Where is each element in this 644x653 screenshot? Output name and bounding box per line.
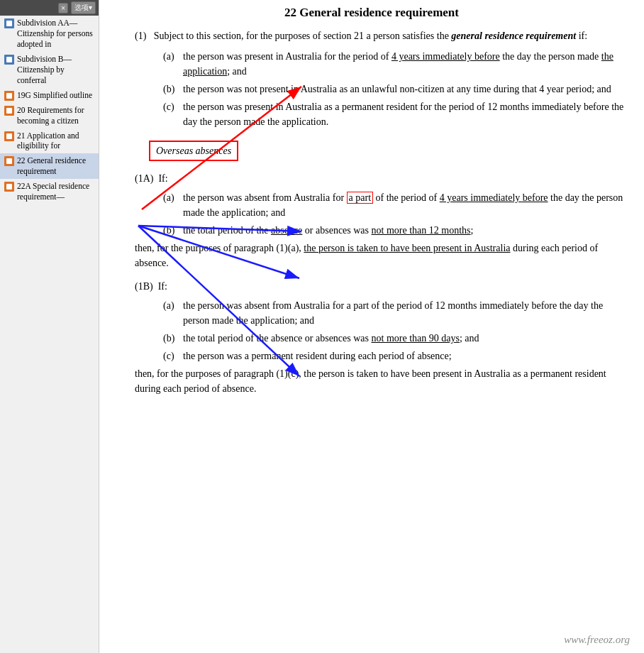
sidebar-item-item-22[interactable]: 22 General residence requirement [0,153,99,179]
sidebar-close-button[interactable]: × [58,3,68,13]
sub-1c-content: the person was present in Australia as a… [183,99,630,129]
sidebar-item-item-22a[interactable]: 22A Special residence requirement— [0,179,99,204]
sub-1a-a: (a) the person was absent from Australia… [113,190,630,220]
sidebar-item-label: 22 General residence requirement [17,155,96,177]
sub-1c-label: (c) [163,99,183,129]
sidebar-item-label: 21 Application and eligibility for [17,131,96,152]
underline-4years: 4 years immediately before [392,51,500,62]
sidebar-item-icon [4,55,14,65]
sidebar-item-subdiv-aa[interactable]: Subdivision AA—Citizenship for persons a… [0,16,99,52]
subsection-1b-intro: (1B) If: [113,279,630,294]
sub-1a-b: (b) the total period of the absence or a… [113,223,630,238]
sub-1b-b: (b) the total period of the absence or a… [113,331,630,346]
sidebar-item-icon [4,18,14,28]
underline-not-more-than-90: not more than 90 days [372,333,460,344]
sidebar-item-icon [4,91,14,101]
sub-1b-b-label: (b) [163,331,183,346]
sub-1a-a-content: the person was absent from Australia for… [183,190,630,220]
subsection-1-text: Subject to this section, for the purpose… [154,31,449,41]
sidebar-options-button[interactable]: 选项▾ [71,1,96,14]
subsection-1-intro: (1) Subject to this section, for the pur… [113,28,630,43]
sub-1b-a-label: (a) [163,298,183,328]
subsection-1a-conclusion: then, for the purposes of paragraph (1)(… [113,241,630,270]
sub-1c: (c) the person was present in Australia … [113,99,630,129]
a-part-box: a part [347,192,373,204]
sidebar-item-label: 22A Special residence requirement— [17,181,96,202]
svg-rect-2 [6,93,12,99]
sub-1b-c-label: (c) [163,349,183,363]
sidebar: × 选项▾ Subdivision AA—Citizenship for per… [0,0,99,653]
svg-rect-6 [6,184,12,190]
sidebar-item-item-19g[interactable]: 19G Simplified outline [0,88,99,103]
sidebar-item-icon [4,182,14,192]
sub-1b: (b) the person was not present in Austra… [113,82,630,97]
sub-1a-b-content: the total period of the absence or absen… [183,223,473,238]
sub-1b-label: (b) [163,82,183,97]
svg-rect-5 [6,158,12,164]
sub-1a-a-label: (a) [163,190,183,220]
svg-rect-3 [6,108,12,114]
sidebar-item-label: Subdivision B—Citizenship by conferral [17,54,96,86]
sub-1b-a-content: the person was absent from Australia for… [183,298,630,328]
page-title: 22 General residence requirement [113,6,630,20]
sidebar-item-label: 20 Requirements for becoming a citizen [17,105,96,126]
underline-absence: absence [271,225,302,236]
sidebar-header: × 选项▾ [0,0,99,16]
subsection-1b-num: (1B) If: [135,281,167,292]
svg-rect-1 [6,57,12,62]
sub-1b-c: (c) the person was a permanent resident … [113,349,630,363]
subsection-1a-num: (1A) If: [135,173,168,184]
underline-taken-present: the person is taken to have been present… [304,243,510,253]
sidebar-item-subdiv-b[interactable]: Subdivision B—Citizenship by conferral [0,52,99,88]
sub-1b-b-content: the total period of the absence or absen… [183,331,479,346]
svg-rect-4 [6,133,12,139]
sub-1a-label: (a) [163,49,183,79]
svg-rect-0 [6,21,12,26]
sub-1a-content: the person was present in Australia for … [183,49,630,79]
sub-1a-b-label: (b) [163,223,183,238]
sub-1a: (a) the person was present in Australia … [113,49,630,79]
sidebar-item-icon [4,156,14,166]
sidebar-item-label: 19G Simplified outline [17,90,96,101]
general-residence-term: general residence requirement [451,31,576,41]
sidebar-item-icon [4,106,14,116]
sidebar-item-label: Subdivision AA—Citizenship for persons a… [17,18,96,50]
sub-1b-content: the person was not present in Australia … [183,82,611,97]
sidebar-scroll: Subdivision AA—Citizenship for persons a… [0,16,99,653]
section-1: (1) Subject to this section, for the pur… [113,28,630,396]
sub-1b-a: (a) the person was absent from Australia… [113,298,630,328]
watermark: www.freeoz.org [564,634,630,646]
main-content: 22 General residence requirement (1) Sub… [99,0,644,653]
subsection-1-num: (1) [135,31,151,41]
subsection-1-post: if: [579,31,587,41]
subsection-1b-conclusion: then, for the purposes of paragraph (1)(… [113,366,630,396]
underline-4years-2: 4 years immediately before [440,192,548,203]
subsection-1a-intro: (1A) If: [113,171,630,186]
overseas-absences-box: Overseas absences [149,141,238,161]
sidebar-item-icon [4,131,14,141]
sidebar-item-item-20[interactable]: 20 Requirements for becoming a citizen [0,103,99,128]
sidebar-item-item-21[interactable]: 21 Application and eligibility for [0,128,99,154]
underline-not-more-than-12: not more than 12 months [372,225,471,236]
overseas-absences-container: Overseas absences [113,136,630,165]
sub-1b-c-content: the person was a permanent resident duri… [183,349,452,363]
